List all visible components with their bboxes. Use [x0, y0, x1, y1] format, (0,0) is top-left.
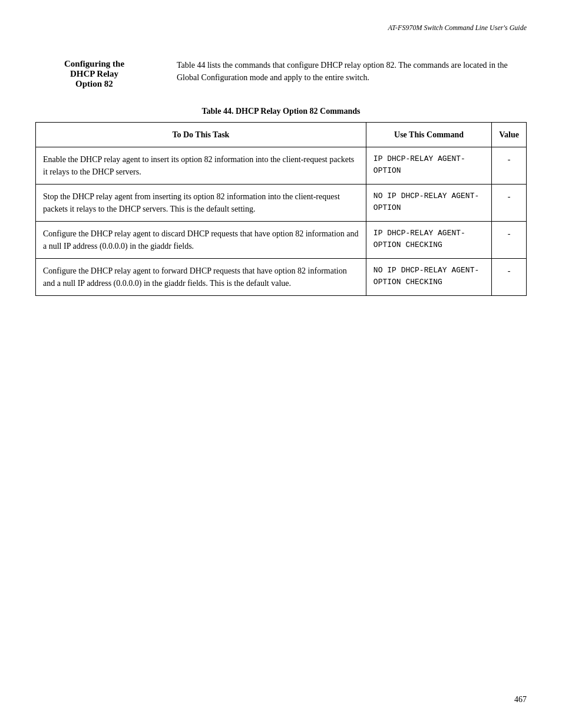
cell-task-2: Configure the DHCP relay agent to discar… [36, 222, 366, 259]
cell-task-1: Stop the DHCP relay agent from inserting… [36, 185, 366, 222]
col-header-value: Value [492, 123, 527, 147]
cell-command-1: NO IP DHCP-RELAY AGENT-OPTION [366, 185, 491, 222]
page-footer: 467 [514, 695, 527, 704]
cell-task-0: Enable the DHCP relay agent to insert it… [36, 147, 366, 185]
content-area: Configuring the DHCP Relay Option 82 Tab… [35, 56, 527, 89]
commands-table: To Do This Task Use This Command Value E… [35, 122, 527, 296]
table-row: Enable the DHCP relay agent to insert it… [36, 147, 527, 185]
table-row: Configure the DHCP relay agent to discar… [36, 222, 527, 259]
cell-value-0: - [492, 147, 527, 185]
section-description: Table 44 lists the commands that configu… [177, 56, 527, 89]
cell-value-3: - [492, 259, 527, 296]
page-number: 467 [514, 695, 527, 704]
page-container: AT-FS970M Switch Command Line User's Gui… [0, 0, 562, 728]
cell-command-2: IP DHCP-RELAY AGENT-OPTION CHECKING [366, 222, 491, 259]
table-row: Stop the DHCP relay agent from inserting… [36, 185, 527, 222]
table-header-row: To Do This Task Use This Command Value [36, 123, 527, 147]
header-text: AT-FS970M Switch Command Line User's Gui… [388, 24, 527, 32]
cell-command-3: NO IP DHCP-RELAY AGENT-OPTION CHECKING [366, 259, 491, 296]
page-header: AT-FS970M Switch Command Line User's Gui… [35, 24, 527, 32]
cell-value-1: - [492, 185, 527, 222]
cell-command-0: IP DHCP-RELAY AGENT-OPTION [366, 147, 491, 185]
cell-task-3: Configure the DHCP relay agent to forwar… [36, 259, 366, 296]
col-header-task: To Do This Task [36, 123, 366, 147]
col-header-command: Use This Command [366, 123, 491, 147]
table-caption: Table 44. DHCP Relay Option 82 Commands [35, 107, 527, 116]
table-row: Configure the DHCP relay agent to forwar… [36, 259, 527, 296]
section-title: Configuring the DHCP Relay Option 82 [35, 56, 165, 89]
cell-value-2: - [492, 222, 527, 259]
